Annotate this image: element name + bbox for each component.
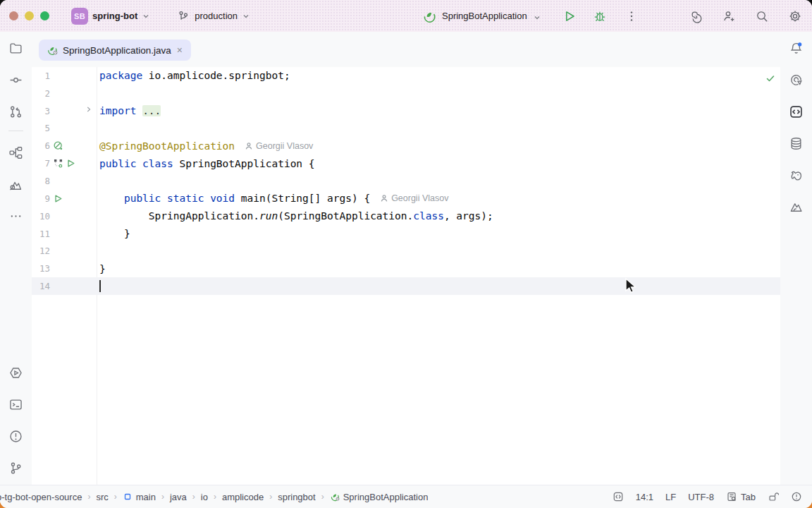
amplicode-icon[interactable] [786,197,806,217]
terminal-icon[interactable] [6,394,26,415]
code-line-9[interactable]: 9 public static void main(String[] args)… [32,190,780,207]
debug-button[interactable] [593,8,608,23]
gutter[interactable]: 7 [32,155,97,172]
gutter[interactable]: 12 [32,242,97,260]
code-line-7[interactable]: 7public class SpringBotApplication { [32,155,780,172]
line-number[interactable]: 5 [32,123,50,133]
error-circle-widget[interactable] [791,491,802,502]
gutter[interactable]: 5 [32,120,97,138]
breadcrumb-item[interactable]: o-tg-bot-open-source [0,492,83,502]
status-widget[interactable]: LF [665,492,676,502]
run-config-name[interactable]: SpringBotApplication [442,11,527,21]
minimize-window-button[interactable] [25,11,34,20]
notifications-icon[interactable] [786,38,806,59]
code-line-12[interactable]: 12 [32,242,780,260]
token: package [99,70,142,81]
line-number[interactable]: 14 [32,281,50,291]
line-number[interactable]: 9 [32,193,50,204]
gutter[interactable]: 2 [32,85,97,102]
error-circle-icon [791,491,802,502]
more-icon[interactable] [6,206,26,226]
ide-window: SB spring-bot production SpringBotApplic… [0,0,812,508]
token: (SpringBotApplication. [278,210,413,222]
code-editor[interactable]: 1package io.amplicode.springbot;23import… [32,67,780,485]
close-tab-icon[interactable]: × [176,45,183,55]
gutter[interactable]: 3 [32,102,97,120]
code-author-annotation[interactable]: Georgii Vlasov [245,141,313,151]
gradle-icon[interactable] [786,165,806,186]
line-number[interactable]: 2 [32,88,50,99]
fold-chevron-icon[interactable] [84,104,94,117]
code-line-13[interactable]: 13} [32,260,780,277]
line-number[interactable]: 8 [32,176,50,186]
run-gutter-icon[interactable] [53,193,63,204]
code-line-5[interactable]: 5 [32,120,780,138]
breadcrumb-item[interactable]: io [199,492,209,502]
code-line-2[interactable]: 2 [32,85,780,102]
amplicode-explorer-icon[interactable] [6,175,26,195]
line-number[interactable]: 11 [32,229,50,239]
breadcrumb-item[interactable]: src [94,492,109,502]
git-branch-icon[interactable] [6,458,26,478]
line-number[interactable]: 10 [32,211,50,222]
code-widget-widget[interactable] [613,491,624,502]
code-line-14[interactable]: 14 [32,277,780,295]
breadcrumb-item[interactable]: springbot [276,492,316,502]
indent-doc-widget[interactable]: Tab [726,491,756,502]
project-widget[interactable]: SB spring-bot [67,5,154,28]
breadcrumb-item[interactable]: SpringBotApplication [328,492,430,502]
code-line-11[interactable]: 11 } [32,225,780,243]
settings-gear-icon[interactable] [787,8,802,23]
services-icon[interactable] [6,363,26,383]
vcs-branch-widget[interactable]: production [171,6,254,26]
run-gutter-icon[interactable] [66,158,76,169]
problems-icon[interactable] [6,426,26,447]
pull-requests-icon[interactable] [6,102,26,122]
gutter[interactable]: 6 [32,137,97,155]
line-number[interactable]: 7 [32,158,50,169]
code-line-8[interactable]: 8 [32,172,780,190]
breadcrumb-item[interactable]: java [168,492,188,502]
code-line-6[interactable]: 6@SpringBootApplicationGeorgii Vlasov [32,137,780,155]
breadcrumb-item[interactable]: main [121,492,157,502]
chevron-down-icon[interactable] [533,12,541,20]
unlocked-widget[interactable] [768,491,779,502]
ai-assistant-icon[interactable] [688,8,703,23]
code-with-me-add-user-icon[interactable] [721,8,736,23]
status-widget[interactable]: UTF-8 [688,492,714,502]
gutter[interactable]: 10 [32,207,97,225]
status-widget[interactable]: 14:1 [636,492,653,502]
gutter[interactable]: 13 [32,260,97,277]
line-number[interactable]: 6 [32,140,50,151]
commit-icon[interactable] [6,70,26,90]
gutter[interactable]: 8 [32,172,97,190]
uml-gutter-icon[interactable] [53,158,63,169]
maximize-window-button[interactable] [40,11,49,20]
database-icon[interactable] [786,133,806,154]
more-actions-kebab-icon[interactable] [625,8,639,23]
gutter[interactable]: 11 [32,225,97,243]
tab-springbotapplication-java[interactable]: SpringBotApplication.java × [39,40,191,61]
line-number[interactable]: 13 [32,263,50,274]
run-button[interactable] [562,8,577,23]
search-everywhere-icon[interactable] [754,8,769,23]
code-line-3[interactable]: 3import ... [32,102,780,120]
line-number[interactable]: 3 [32,106,50,116]
token: public static void [124,193,235,204]
gutter[interactable]: 1 [32,67,97,85]
structure-icon[interactable] [6,143,26,163]
code-line-10[interactable]: 10 SpringApplication.run(SpringBotApplic… [32,207,780,225]
spring-bean-gutter-icon[interactable] [53,140,63,151]
ai-chat-icon[interactable] [786,70,806,90]
code-designer-icon[interactable] [786,102,806,122]
project-folder-icon[interactable] [6,38,26,59]
line-number[interactable]: 1 [32,71,50,81]
breadcrumb-item[interactable]: amplicode [221,492,265,502]
spring-boot-icon [330,492,340,502]
gutter[interactable]: 14 [32,277,97,295]
gutter[interactable]: 9 [32,190,97,207]
code-line-1[interactable]: 1package io.amplicode.springbot; [32,67,780,85]
code-author-annotation[interactable]: Georgii Vlasov [380,193,448,203]
line-number[interactable]: 12 [32,246,50,256]
close-window-button[interactable] [9,11,18,20]
